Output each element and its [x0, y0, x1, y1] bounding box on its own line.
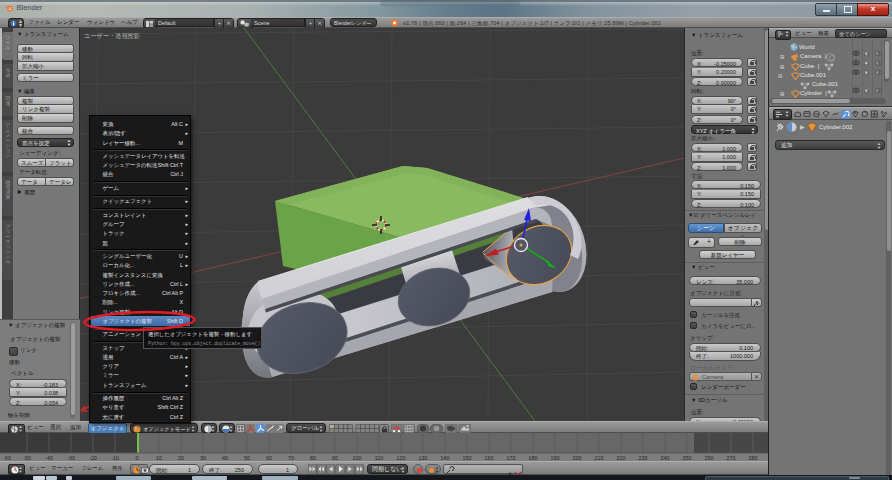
svg-text:210: 210	[595, 455, 604, 461]
svg-text:90: 90	[332, 455, 338, 461]
svg-text:30: 30	[200, 455, 206, 461]
svg-text:-50: -50	[23, 455, 31, 461]
svg-text:20: 20	[178, 455, 184, 461]
svg-text:70: 70	[288, 455, 294, 461]
svg-text:150: 150	[463, 455, 472, 461]
svg-text:260: 260	[705, 455, 714, 461]
svg-text:240: 240	[661, 455, 670, 461]
svg-text:-60: -60	[3, 455, 11, 461]
svg-text:60: 60	[266, 455, 272, 461]
svg-text:100: 100	[353, 455, 362, 461]
svg-text:250: 250	[683, 455, 692, 461]
svg-text:0: 0	[136, 455, 139, 461]
svg-text:200: 200	[573, 455, 582, 461]
svg-text:270: 270	[727, 455, 736, 461]
svg-text:220: 220	[617, 455, 626, 461]
svg-text:190: 190	[551, 455, 560, 461]
svg-text:120: 120	[397, 455, 406, 461]
svg-text:230: 230	[639, 455, 648, 461]
svg-text:-30: -30	[67, 455, 75, 461]
svg-text:80: 80	[310, 455, 316, 461]
svg-text:40: 40	[222, 455, 228, 461]
svg-text:-20: -20	[89, 455, 97, 461]
svg-text:160: 160	[485, 455, 494, 461]
svg-text:180: 180	[529, 455, 538, 461]
svg-text:50: 50	[244, 455, 250, 461]
svg-text:170: 170	[507, 455, 516, 461]
svg-text:-40: -40	[45, 455, 53, 461]
svg-text:140: 140	[441, 455, 450, 461]
svg-text:10: 10	[156, 455, 162, 461]
svg-text:-10: -10	[111, 455, 119, 461]
svg-text:110: 110	[375, 455, 383, 461]
svg-text:280: 280	[749, 455, 758, 461]
svg-text:ユーザー・透視投影: ユーザー・透視投影	[84, 32, 140, 40]
svg-text:130: 130	[419, 455, 428, 461]
